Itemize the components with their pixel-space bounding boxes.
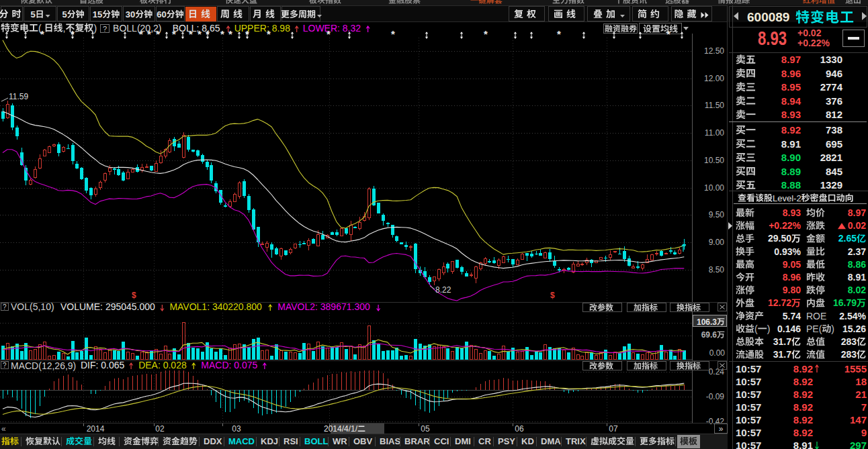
svg-text:15: 15	[93, 9, 102, 19]
svg-text:8.91: 8.91	[848, 272, 866, 283]
svg-text:8.93: 8.93	[758, 27, 787, 50]
svg-text:06: 06	[515, 424, 524, 434]
svg-text:2014: 2014	[87, 424, 105, 434]
svg-text:8.02: 8.02	[848, 285, 866, 295]
svg-text:29.50: 29.50	[768, 233, 791, 244]
svg-text:10:57: 10:57	[736, 376, 761, 387]
svg-text:DIF: 0.065: DIF: 0.065	[81, 360, 125, 370]
svg-text:8.89: 8.89	[781, 166, 801, 177]
svg-text:*: *	[139, 28, 143, 40]
svg-text:8.22: 8.22	[435, 285, 451, 295]
svg-text:TRIX: TRIX	[566, 436, 586, 446]
svg-text:MAVOL2: 389671.300: MAVOL2: 389671.300	[277, 301, 370, 312]
svg-text:*: *	[484, 28, 488, 40]
svg-text:15.26: 15.26	[842, 323, 866, 334]
svg-text:KD: KD	[521, 436, 534, 446]
svg-text:2821: 2821	[820, 152, 842, 163]
svg-text:Level-2: Level-2	[773, 193, 801, 203]
svg-text:0.146: 0.146	[777, 323, 801, 334]
svg-text:8.97: 8.97	[848, 207, 866, 218]
svg-text:0.00: 0.00	[709, 348, 726, 358]
svg-text:8.93: 8.93	[781, 109, 801, 120]
svg-text:8.92: 8.92	[793, 363, 813, 375]
svg-text:845: 845	[826, 166, 842, 177]
svg-text:*: *	[228, 28, 232, 40]
svg-text:«: «	[1, 424, 6, 434]
svg-text:WR: WR	[333, 436, 347, 446]
svg-text:8.50: 8.50	[709, 265, 725, 275]
svg-text:9: 9	[861, 427, 867, 438]
svg-text:*: *	[267, 28, 271, 40]
svg-text:BOLL: BOLL	[304, 436, 328, 446]
svg-text:8.91: 8.91	[793, 440, 813, 449]
svg-text:OBV: OBV	[353, 436, 373, 446]
svg-text:12.00: 12.00	[704, 74, 724, 83]
svg-text:283: 283	[841, 349, 857, 360]
svg-text:PE(: PE(	[806, 323, 822, 334]
svg-text:10:57: 10:57	[736, 363, 761, 375]
svg-text:147: 147	[850, 414, 867, 426]
svg-text:8.92: 8.92	[793, 427, 813, 438]
svg-text:8.90: 8.90	[781, 152, 801, 163]
svg-text:RSI: RSI	[284, 436, 298, 446]
svg-text:LOWER: 8.32: LOWER: 8.32	[303, 23, 361, 34]
svg-text:106.3: 106.3	[697, 317, 717, 327]
svg-text:2.54%: 2.54%	[839, 311, 866, 321]
svg-text:1329: 1329	[820, 179, 842, 191]
svg-text:2014/4/1/: 2014/4/1/	[324, 424, 358, 434]
svg-text:12.50: 12.50	[704, 46, 724, 56]
svg-text:BRAR: BRAR	[404, 436, 430, 446]
svg-text:10.00: 10.00	[704, 183, 724, 193]
svg-text:MACD: MACD	[228, 436, 255, 446]
svg-text:MACD(12,26,9): MACD(12,26,9)	[11, 360, 76, 371]
svg-text:1555: 1555	[844, 363, 867, 375]
svg-text:UPPER: 8.98: UPPER: 8.98	[234, 23, 290, 34]
svg-text:BOLL: 8.65: BOLL: 8.65	[173, 23, 220, 34]
svg-text:9.50: 9.50	[709, 210, 725, 219]
svg-text:*: *	[391, 28, 395, 40]
svg-text:?: ?	[3, 362, 7, 369]
svg-text:ROE: ROE	[806, 311, 826, 321]
svg-text:BOLL(20,2): BOLL(20,2)	[113, 23, 161, 34]
svg-text:31.7: 31.7	[773, 349, 791, 360]
svg-text:2.37: 2.37	[848, 246, 866, 257]
svg-text:8.92: 8.92	[781, 124, 801, 136]
svg-text:05: 05	[421, 424, 430, 434]
svg-text:10:57: 10:57	[736, 440, 761, 449]
svg-text:02: 02	[155, 424, 165, 434]
svg-text:*: *	[189, 28, 193, 40]
svg-text:MAVOL1: 340220.800: MAVOL1: 340220.800	[169, 301, 262, 312]
svg-text:VOLUME: 295045.000: VOLUME: 295045.000	[60, 301, 155, 312]
svg-text:8.97: 8.97	[781, 54, 801, 65]
svg-text:+0.22%: +0.22%	[769, 220, 801, 231]
svg-text:+0.22%: +0.22%	[797, 38, 830, 48]
svg-text:): )	[93, 23, 97, 34]
svg-text:*: *	[40, 28, 44, 40]
svg-text:BIAS: BIAS	[380, 436, 400, 446]
svg-text:60: 60	[157, 9, 166, 19]
svg-text:12.72: 12.72	[768, 297, 791, 308]
svg-text:11.50: 11.50	[705, 101, 724, 110]
svg-text:CR: CR	[478, 436, 491, 446]
svg-text:376: 376	[826, 95, 842, 107]
svg-text:*: *	[557, 28, 561, 40]
svg-text:946: 946	[826, 68, 842, 79]
svg-text:11.00: 11.00	[705, 128, 724, 138]
svg-text:+0.02: +0.02	[797, 28, 822, 38]
svg-text:DEA: 0.028: DEA: 0.028	[138, 360, 187, 370]
svg-text:): )	[831, 323, 834, 334]
svg-text:7: 7	[861, 401, 867, 413]
svg-text:5.74: 5.74	[783, 311, 801, 321]
svg-text:9.05: 9.05	[783, 259, 801, 270]
svg-text:-0.09: -0.09	[706, 392, 725, 401]
svg-text:69.6: 69.6	[701, 330, 718, 340]
svg-text:8.95: 8.95	[781, 81, 801, 93]
svg-text:10:57: 10:57	[736, 389, 761, 400]
svg-text:738: 738	[826, 124, 842, 136]
svg-text:»: »	[719, 424, 724, 434]
svg-text:812: 812	[826, 109, 842, 120]
svg-text:8.93: 8.93	[783, 207, 801, 218]
svg-text:*: *	[327, 28, 331, 40]
svg-text:8.92: 8.92	[793, 401, 813, 413]
svg-text:297: 297	[850, 440, 867, 449]
